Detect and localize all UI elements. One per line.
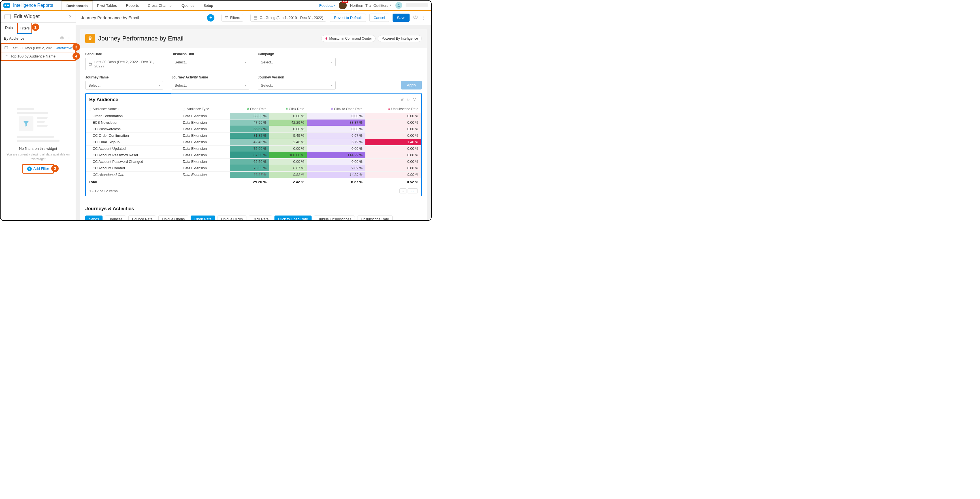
date-range-text: On Going (Jan 1, 2019 - Dec 31, 2022): [260, 16, 323, 20]
feedback-link[interactable]: Feedback: [319, 3, 335, 8]
col-click-rate[interactable]: #Click Rate: [269, 105, 307, 113]
tab-data[interactable]: Data: [3, 23, 14, 34]
col-open-rate[interactable]: #Open Rate: [230, 105, 269, 113]
journeys-section: Journeys & Activities SendsBouncesBounce…: [80, 201, 427, 220]
fit-columns-button[interactable]: ↔: [399, 188, 406, 194]
pager-info: 1 - 12 of 12 items: [89, 189, 398, 193]
einstein-icon[interactable]: 99+: [339, 2, 347, 10]
table-row[interactable]: CC Account Password ChangedData Extensio…: [86, 159, 421, 165]
svg-point-4: [415, 17, 416, 18]
notification-badge: 99+: [342, 0, 348, 3]
dashboard-title: Journey Performance by Email: [81, 15, 204, 20]
col-audience-type[interactable]: ⊟Audience Type: [180, 105, 230, 113]
journey-version-select[interactable]: Select..▾: [258, 81, 336, 89]
table-row[interactable]: CC Account UpdatedData Extension75.00 %0…: [86, 146, 421, 152]
section-by-audience[interactable]: By Audience ⋮: [0, 34, 76, 43]
app-title: Intelligence Reports: [13, 3, 53, 8]
chevron-down-icon: ▾: [245, 60, 246, 64]
add-widget-button[interactable]: +: [207, 14, 215, 22]
table-row[interactable]: CC Account CreatedData Extension73.33 %6…: [86, 165, 421, 172]
page-title: Journey Performance by Email: [98, 35, 319, 42]
nav-tab-dashboards[interactable]: Dashboards: [62, 0, 92, 10]
chip-click-to-open-rate[interactable]: Click to Open Rate: [274, 216, 312, 220]
add-filter-label: Add Filter: [33, 167, 49, 171]
undo-icon[interactable]: ↺: [399, 98, 405, 102]
filter-top-100[interactable]: ≡ Top 100 by Audience Name: [2, 52, 75, 60]
more-icon[interactable]: ⋮: [422, 15, 426, 21]
add-filter-button[interactable]: + Add Filter 2: [22, 164, 54, 173]
empty-title: No filters on this widget: [19, 146, 57, 151]
filter-top-100-label: Top 100 by Audience Name: [11, 54, 72, 58]
totals-row: Total 29.20 % 2.42 % 8.27 % 0.52 %: [86, 178, 421, 186]
powered-by-pill[interactable]: Powered By Intelligence: [378, 35, 422, 42]
campaign-label: Campaign: [258, 52, 336, 56]
chip-open-rate[interactable]: Open Rate: [191, 216, 215, 220]
edit-widget-sidebar: Edit Widget × Data Filters 1 By Audience…: [0, 11, 76, 220]
svg-rect-5: [89, 63, 92, 65]
journey-activity-select[interactable]: Select..▾: [172, 81, 250, 89]
table-row[interactable]: CC Order ConfirmationData Extension81.82…: [86, 132, 421, 139]
chip-unsubscribe-rate[interactable]: Unsubscribe Rate: [357, 216, 393, 220]
close-icon[interactable]: ×: [68, 14, 72, 19]
chip-unique-clicks[interactable]: Unique Clicks: [218, 216, 247, 220]
cancel-button[interactable]: Cancel: [369, 14, 389, 22]
nav-tab-cross-channel[interactable]: Cross-Channel: [143, 0, 177, 10]
section-label: By Audience: [4, 36, 58, 40]
filters-toggle[interactable]: Filters: [221, 14, 243, 22]
chevron-down-icon: ▾: [245, 84, 246, 87]
callout-2: 2: [51, 165, 59, 172]
campaign-select[interactable]: Select..▾: [258, 58, 336, 66]
org-switcher[interactable]: Northern Trail Outfitters ▼: [350, 3, 392, 8]
chevron-down-icon: ▾: [159, 84, 160, 87]
calendar-icon: [4, 46, 8, 51]
preview-icon[interactable]: [413, 15, 418, 20]
widget-title: By Audience: [89, 97, 399, 103]
redo-icon[interactable]: ↻: [405, 98, 411, 102]
user-avatar-icon[interactable]: [395, 2, 402, 9]
save-button[interactable]: Save: [393, 14, 410, 22]
salesforce-logo-icon: [3, 3, 10, 8]
chevron-down-icon: ▼: [390, 4, 392, 7]
table-row[interactable]: ECS NewsletterData Extension47.59 %42.29…: [86, 119, 421, 126]
callout-4: 4: [73, 52, 80, 60]
top-navigation: Intelligence Reports DashboardsPivot Tab…: [0, 0, 431, 11]
col-audience-name[interactable]: ⊟Audience Name↓: [86, 105, 180, 113]
divider: [247, 15, 247, 21]
callout-1: 1: [32, 24, 39, 31]
send-date-input[interactable]: Last 30 Days (Dec 2, 2022 - Dec 31, 2022…: [85, 58, 163, 70]
table-row[interactable]: CC Account Password ResetData Extension8…: [86, 152, 421, 159]
table-row[interactable]: CC PasswordlessData Extension66.67 %0.00…: [86, 126, 421, 132]
filter-icon[interactable]: [411, 97, 418, 102]
date-range-chip[interactable]: On Going (Jan 1, 2019 - Dec 31, 2022): [250, 14, 326, 22]
visibility-icon[interactable]: [58, 36, 66, 40]
journey-name-label: Journey Name: [85, 75, 163, 79]
nav-tab-setup[interactable]: Setup: [199, 0, 218, 10]
table-row[interactable]: CC Email SignupData Extension42.46 %2.46…: [86, 139, 421, 146]
chip-click-rate[interactable]: Click Rate: [249, 216, 272, 220]
svg-rect-3: [254, 16, 257, 19]
col-cto-rate[interactable]: #Click to Open Rate: [307, 105, 365, 113]
chip-bounces[interactable]: Bounces: [105, 216, 126, 220]
monitor-pill[interactable]: ✱ Monitor in Command Center: [321, 35, 376, 42]
kebab-icon[interactable]: ⋮: [66, 36, 72, 40]
table-row[interactable]: Order ConfirmationData Extension33.33 %0…: [86, 113, 421, 119]
bu-select[interactable]: Select..▾: [172, 58, 250, 66]
chip-bounce-rate[interactable]: Bounce Rate: [128, 216, 156, 220]
apply-button[interactable]: Apply: [401, 81, 422, 89]
tab-filters[interactable]: Filters: [17, 23, 32, 34]
metric-chips: SendsBouncesBounce RateUnique OpensOpen …: [85, 216, 422, 220]
expand-button[interactable]: →←: [407, 188, 418, 194]
journey-name-select[interactable]: Select..▾: [85, 81, 163, 89]
filter-date-label: Last 30 Days (Dec 2, 2022 - …: [11, 46, 56, 50]
chip-sends[interactable]: Sends: [85, 216, 103, 220]
nav-tab-pivot-tables[interactable]: Pivot Tables: [92, 0, 121, 10]
chip-unique-opens[interactable]: Unique Opens: [158, 216, 188, 220]
journey-activity-label: Journey Activity Name: [172, 75, 250, 79]
table-row[interactable]: CC Abandoned CartData Extension66.67 %9.…: [86, 172, 421, 178]
revert-button[interactable]: Revert to Default: [330, 14, 366, 22]
nav-tab-queries[interactable]: Queries: [177, 0, 199, 10]
chip-unique-unsubscribes[interactable]: Unique Unsubscribes: [314, 216, 355, 220]
col-unsub-rate[interactable]: #Unsubscribe Rate: [365, 105, 421, 113]
nav-tab-reports[interactable]: Reports: [121, 0, 143, 10]
filter-date-range[interactable]: Last 30 Days (Dec 2, 2022 - … Interactiv…: [2, 44, 75, 52]
